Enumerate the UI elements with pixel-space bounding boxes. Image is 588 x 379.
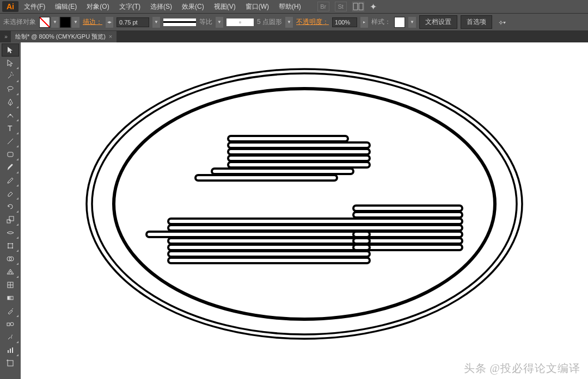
arrange-button[interactable]	[352, 2, 364, 11]
line-tool[interactable]	[2, 135, 19, 148]
svg-point-12	[8, 247, 9, 248]
stock-button[interactable]: St	[335, 2, 347, 11]
svg-rect-37	[195, 175, 337, 181]
fill-swatch[interactable]	[39, 17, 50, 28]
svg-rect-25	[8, 361, 13, 366]
svg-rect-31	[228, 136, 348, 141]
column-graph-tool[interactable]	[2, 344, 19, 357]
svg-rect-39	[353, 212, 462, 218]
document-tab[interactable]: 绘制* @ 800% (CMYK/GPU 预览) ×	[11, 31, 117, 42]
style-label: 样式：	[371, 17, 391, 27]
svg-rect-8	[9, 216, 14, 221]
preferences-button[interactable]: 首选项	[461, 15, 492, 29]
pen-tool[interactable]	[2, 96, 19, 109]
tab-overflow-icon[interactable]: »	[1, 31, 11, 42]
svg-rect-46	[168, 258, 370, 263]
svg-rect-44	[168, 245, 370, 250]
menu-effect[interactable]: 效果(C)	[177, 1, 209, 13]
svg-point-2	[8, 86, 13, 90]
svg-rect-24	[12, 347, 13, 353]
menu-file[interactable]: 文件(F)	[20, 1, 50, 13]
stroke-style-preview[interactable]	[163, 18, 196, 26]
svg-point-30	[114, 89, 495, 319]
menu-select[interactable]: 选择(S)	[146, 1, 176, 13]
close-tab-icon[interactable]: ×	[109, 33, 112, 40]
shape-builder-tool[interactable]	[2, 252, 19, 265]
svg-rect-6	[8, 152, 13, 157]
profile-dropdown[interactable]: ▼	[285, 17, 293, 28]
svg-rect-9	[8, 244, 13, 248]
svg-rect-43	[168, 238, 370, 244]
blend-tool[interactable]	[2, 318, 19, 331]
pencil-tool[interactable]	[2, 174, 19, 187]
stroke-weight-dropdown[interactable]: ▼	[152, 17, 160, 28]
canvas[interactable]: 头条 @投必得论文编译	[21, 42, 588, 379]
sync-icon[interactable]: ✦	[370, 2, 377, 12]
symbol-sprayer-tool[interactable]	[2, 331, 19, 344]
gradient-tool[interactable]	[2, 291, 19, 305]
svg-line-5	[8, 139, 13, 144]
selection-tool[interactable]	[2, 44, 19, 57]
curvature-tool[interactable]	[2, 109, 19, 122]
menu-window[interactable]: 窗口(W)	[241, 1, 273, 13]
free-transform-tool[interactable]	[2, 239, 19, 252]
bridge-button[interactable]: Br	[317, 2, 329, 11]
artwork	[65, 52, 544, 356]
opacity-label[interactable]: 不透明度：	[296, 17, 329, 27]
align-icon[interactable]: ⟡▾	[499, 18, 506, 26]
svg-rect-42	[146, 232, 370, 237]
main-area: T	[0, 42, 588, 379]
rotate-tool[interactable]	[2, 200, 19, 213]
eraser-tool[interactable]	[2, 187, 19, 200]
svg-point-13	[12, 247, 13, 248]
menu-type[interactable]: 文字(T)	[115, 1, 145, 13]
paintbrush-tool[interactable]	[2, 161, 19, 174]
svg-rect-36	[212, 169, 353, 174]
document-tab-bar: » 绘制* @ 800% (CMYK/GPU 预览) ×	[0, 30, 588, 42]
magic-wand-tool[interactable]	[2, 70, 19, 83]
svg-rect-0	[353, 3, 358, 10]
menu-object[interactable]: 对象(O)	[82, 1, 113, 13]
stroke-swatch[interactable]	[60, 17, 71, 28]
svg-rect-45	[168, 251, 370, 257]
fill-dropdown[interactable]: ▼	[51, 17, 59, 28]
graphic-style-swatch[interactable]	[394, 17, 405, 28]
svg-rect-38	[353, 206, 462, 211]
svg-point-29	[92, 73, 517, 334]
document-tab-title: 绘制* @ 800% (CMYK/GPU 预览)	[15, 33, 106, 41]
type-tool[interactable]: T	[2, 122, 19, 135]
opacity-dropdown[interactable]: ▸	[360, 17, 368, 28]
svg-rect-35	[228, 162, 370, 167]
document-setup-button[interactable]: 文档设置	[419, 15, 457, 29]
eyedropper-tool[interactable]	[2, 305, 19, 318]
ratio-dropdown[interactable]: ▼	[216, 17, 223, 28]
selection-status: 未选择对象	[3, 17, 36, 27]
opacity-input[interactable]	[332, 17, 357, 27]
stroke-stepper[interactable]: ◂▸	[106, 17, 113, 28]
mesh-tool[interactable]	[2, 278, 19, 291]
brush-profile-preview[interactable]: ●	[226, 18, 254, 26]
direct-selection-tool[interactable]	[2, 57, 19, 70]
stroke-dropdown[interactable]: ▼	[72, 17, 79, 28]
svg-rect-19	[8, 296, 13, 300]
artboard-tool[interactable]	[2, 357, 19, 370]
svg-text:T: T	[8, 124, 13, 133]
lasso-tool[interactable]	[2, 83, 19, 96]
control-bar: 未选择对象 ▼ ▼ 描边： ◂▸ ▼ 等比 ▼ ● 5 点圆形 ▼ 不透明度： …	[0, 13, 588, 30]
stroke-weight-input[interactable]	[117, 17, 149, 27]
perspective-tool[interactable]	[2, 265, 19, 278]
menu-help[interactable]: 帮助(H)	[274, 1, 305, 13]
ratio-label: 等比	[199, 17, 212, 27]
toolbox: T	[0, 42, 21, 379]
rectangle-tool[interactable]	[2, 148, 19, 161]
style-dropdown[interactable]: ▼	[408, 17, 416, 28]
watermark-text: 头条 @投必得论文编译	[464, 361, 580, 376]
stroke-label[interactable]: 描边：	[83, 17, 102, 27]
svg-rect-20	[7, 323, 10, 326]
svg-rect-34	[228, 156, 370, 161]
width-tool[interactable]	[2, 226, 19, 239]
scale-tool[interactable]	[2, 213, 19, 226]
svg-rect-1	[359, 3, 363, 10]
menu-view[interactable]: 视图(V)	[210, 1, 240, 13]
menu-edit[interactable]: 编辑(E)	[51, 1, 81, 13]
